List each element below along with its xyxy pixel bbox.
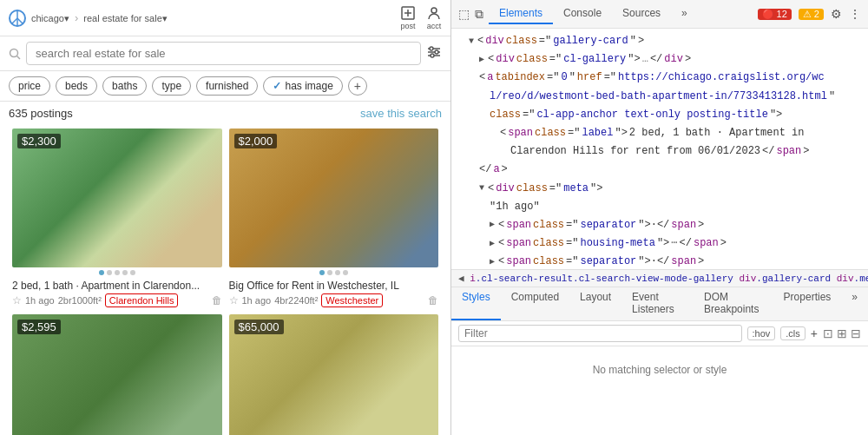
filter-icon-3[interactable]: ⊟ [851, 326, 861, 340]
post-button[interactable]: post [400, 5, 416, 30]
tab-sources[interactable]: Sources [612, 3, 671, 24]
tree-line[interactable]: "1h ago" [483, 198, 868, 216]
error-count: 🔴 12 [758, 9, 792, 20]
inspect-icon[interactable]: ⬚ [458, 7, 470, 21]
tab-computed[interactable]: Computed [501, 287, 569, 320]
filter-settings-button[interactable] [426, 44, 442, 63]
filter-furnished[interactable]: furnished [196, 76, 258, 96]
location-badge[interactable]: Clarendon Hills [105, 293, 179, 307]
svg-point-8 [10, 49, 18, 56]
post-icon [400, 5, 416, 21]
svg-line-9 [17, 56, 21, 59]
star-icon[interactable]: ☆ [229, 294, 239, 306]
listing-card[interactable]: $2,300 2 bed, 1 bath · Apartment in Clar… [9, 125, 226, 311]
filter-tags: price beds baths type furnished ✓ has im… [0, 71, 450, 102]
search-icon [9, 48, 21, 60]
tab-layout[interactable]: Layout [569, 287, 621, 320]
save-search-link[interactable]: save this search [360, 107, 442, 120]
listing-price: $2,000 [234, 134, 278, 148]
tab-properties[interactable]: Properties [773, 287, 842, 320]
devtools-breadcrumb: ◀ i.cl-search-result.cl-search-view-mode… [451, 269, 868, 287]
star-icon[interactable]: ☆ [12, 294, 22, 306]
listing-price: $2,595 [17, 320, 61, 334]
listing-card[interactable]: $2,000 Big Office for Rent in Westcheste… [226, 125, 443, 311]
tab-dom-breakpoints[interactable]: DOM Breakpoints [694, 287, 773, 320]
devtools-right-icons: 🔴 12 ⚠ 2 ⚙ ⋮ [758, 7, 861, 21]
left-panel: chicago▾ › real estate for sale▾ post ac… [0, 0, 451, 435]
tab-event-listeners[interactable]: Event Listeners [621, 287, 694, 320]
tree-line[interactable]: ▶ <div class="cl-gallery"> … </div> [472, 50, 868, 69]
listing-price: $65,000 [234, 320, 284, 334]
tree-line[interactable]: <a tabindex="0" href="https://chicago.cr… [472, 69, 868, 87]
trash-icon[interactable]: 🗑 [212, 294, 222, 306]
tab-elements[interactable]: Elements [489, 3, 553, 24]
image-dots [229, 267, 439, 278]
postings-count: 635 postings [9, 107, 73, 120]
nav-icons: post acct [400, 5, 442, 30]
add-style-button[interactable]: + [811, 326, 818, 340]
tree-line[interactable]: <span class="label"> 2 bed, 1 bath · Apa… [493, 124, 868, 142]
image-dots [12, 267, 222, 278]
filter-icon-2[interactable]: ⊞ [837, 326, 847, 340]
more-options-icon[interactable]: ⋮ [849, 7, 861, 21]
listing-title: 2 bed, 1 bath · Apartment in Clarendon..… [12, 280, 222, 292]
filter-icon-1[interactable]: ⊡ [823, 326, 833, 340]
add-filter-button[interactable]: + [348, 76, 367, 96]
svg-point-14 [435, 50, 438, 54]
svg-line-2 [12, 18, 17, 23]
listing-card[interactable]: $2,595 ☆ [9, 311, 226, 435]
tree-line[interactable]: ▼ <div class="meta"> [472, 180, 868, 198]
city-selector[interactable]: chicago▾ [31, 11, 69, 24]
filter-beds[interactable]: beds [56, 76, 97, 96]
hov-button[interactable]: :hov [747, 326, 776, 340]
svg-point-13 [430, 47, 433, 50]
filter-price[interactable]: price [9, 76, 50, 96]
tree-line[interactable]: ▶ <span class="separator">·</span> [483, 216, 868, 234]
settings-icon[interactable]: ⚙ [831, 7, 842, 21]
listing-meta: ☆ 1h ago 4br2240ft² Westchester 🗑 [229, 293, 439, 307]
tree-line[interactable]: ▼ <div class="gallery-card"> [462, 32, 868, 50]
styles-panel: Styles Computed Layout Event Listeners D… [451, 287, 868, 435]
html-tree[interactable]: ▼ <div class="gallery-card"> ▶ <div clas… [451, 29, 868, 269]
svg-point-15 [431, 54, 434, 57]
top-nav: chicago▾ › real estate for sale▾ post ac… [0, 0, 450, 36]
filter-baths[interactable]: baths [102, 76, 147, 96]
search-bar [0, 36, 450, 71]
tree-line[interactable]: ▶ <span class="separator">·</span> [483, 253, 868, 269]
filter-has-image[interactable]: ✓ has image [263, 76, 342, 96]
listing-price: $2,300 [17, 134, 61, 148]
tab-styles[interactable]: Styles [451, 287, 501, 320]
sliders-icon [426, 44, 442, 60]
tab-console[interactable]: Console [553, 3, 612, 24]
listing-image: $2,000 [229, 129, 439, 267]
tree-line[interactable]: ▶ <span class="housing-meta"> ⋯ </span> [483, 234, 868, 253]
account-button[interactable]: acct [426, 5, 442, 30]
listing-card[interactable]: $65,000 ☆ [226, 311, 443, 435]
tab-more[interactable]: » [671, 3, 698, 24]
svg-point-7 [431, 8, 437, 13]
listing-image: $2,300 [12, 129, 222, 267]
tree-line[interactable]: class="cl-app-anchor text-only posting-t… [483, 106, 868, 124]
tree-line[interactable]: </a> [472, 161, 868, 179]
styles-filter-input[interactable] [458, 325, 742, 342]
tree-line[interactable]: Clarendon Hills for rent from 06/01/2023… [503, 142, 868, 161]
listing-title: Big Office for Rent in Westchester, IL [229, 280, 439, 292]
svg-line-3 [17, 18, 23, 23]
category-selector[interactable]: real estate for sale▾ [83, 11, 168, 24]
postings-header: 635 postings save this search [0, 102, 450, 125]
search-input[interactable] [26, 42, 421, 65]
cls-button[interactable]: .cls [780, 326, 806, 340]
trash-icon[interactable]: 🗑 [428, 294, 438, 306]
device-icon[interactable]: ⧉ [475, 7, 483, 22]
account-icon [426, 5, 442, 21]
styles-filter: :hov .cls + ⊡ ⊞ ⊟ [451, 321, 868, 346]
listing-image: $65,000 [229, 314, 439, 435]
tree-line[interactable]: l/reo/d/westmont-bed-bath-apartment-in/7… [483, 88, 868, 106]
devtools-panel: ⬚ ⧉ Elements Console Sources » 🔴 12 ⚠ 2 … [451, 0, 868, 435]
filter-type[interactable]: type [152, 76, 191, 96]
listing-image: $2,595 [12, 314, 222, 435]
tab-more-styles[interactable]: » [841, 287, 868, 320]
craigslist-logo [9, 10, 26, 27]
listings-grid: $2,300 2 bed, 1 bath · Apartment in Clar… [0, 125, 450, 435]
location-badge[interactable]: Westchester [321, 293, 383, 307]
